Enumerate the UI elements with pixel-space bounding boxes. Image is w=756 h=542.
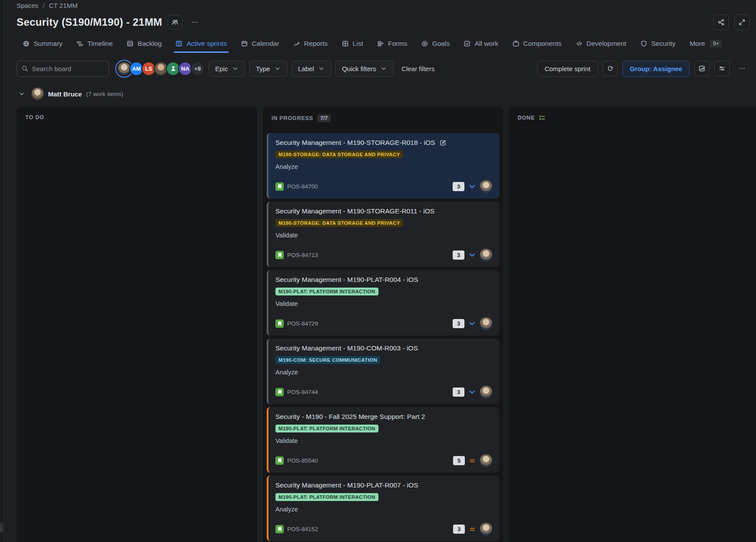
card-status-text: Analyze <box>275 163 492 170</box>
cycle-button[interactable] <box>602 61 618 76</box>
assignee-avatar[interactable] <box>480 180 492 193</box>
card-title-row: Security Management - M190-COM-R003 - iO… <box>275 344 492 352</box>
card-title: Security Management - M190-PLAT-R007 - i… <box>275 481 418 489</box>
card[interactable]: Security Management - M190-PLAT-R004 - i… <box>267 270 499 336</box>
tab-all-work[interactable]: All work <box>457 36 504 53</box>
breadcrumb-project[interactable]: CT 21MM <box>49 2 78 9</box>
clear-filters-link[interactable]: Clear filters <box>402 65 435 72</box>
board-toolbar: AMLSNA+9 EpicTypeLabelQuick filters Clea… <box>17 60 756 77</box>
filter-label[interactable]: Label <box>292 61 332 77</box>
tab-list[interactable]: List <box>336 36 369 53</box>
insights-button[interactable] <box>694 61 710 76</box>
board-page: Spaces / CT 21MM Security (S190/M190) - … <box>5 0 756 542</box>
insights-icon <box>698 65 705 72</box>
more-options-button[interactable] <box>734 61 750 76</box>
column-header: DONE <box>509 107 756 121</box>
tab-active-sprints[interactable]: Active sprints <box>169 36 233 53</box>
card-status-text: Analyze <box>275 506 492 513</box>
globe-icon <box>23 40 30 47</box>
edit-summary-button[interactable] <box>440 139 447 146</box>
estimate-badge[interactable]: 3 <box>453 319 464 328</box>
column-name: TO DO <box>25 114 44 120</box>
avatar-overflow-count[interactable]: +9 <box>190 62 205 76</box>
tab-components[interactable]: Components <box>506 36 568 53</box>
priority-low-icon <box>468 183 476 190</box>
estimate-badge[interactable]: 3 <box>453 250 464 260</box>
story-type-icon <box>275 525 284 533</box>
estimate-badge[interactable]: 3 <box>453 525 465 534</box>
expand-button[interactable] <box>734 14 750 30</box>
column-header: IN PROGRESS7/7 <box>263 107 503 122</box>
tab-timeline[interactable]: Timeline <box>70 36 119 53</box>
card[interactable]: Security Management - M190-STORAGE-R011 … <box>267 202 499 267</box>
tab-label: More <box>690 40 705 48</box>
tab-label: List <box>353 40 363 48</box>
tab-label: Forms <box>388 40 407 48</box>
tab-security[interactable]: Security <box>634 36 682 53</box>
card-footer: POS-841523 <box>275 523 492 535</box>
card[interactable]: Security Management - M190-STORAGE-R018 … <box>267 133 499 199</box>
team-members-button[interactable] <box>168 15 182 30</box>
sidebar-resize-grip[interactable] <box>0 523 3 532</box>
filter-quick-filters[interactable]: Quick filters <box>335 61 393 77</box>
more-count-badge: 9+ <box>710 40 722 48</box>
card-title-row: Security - M190 - Fall 2025 Merge Suppor… <box>275 413 492 421</box>
toolbar-icon-group <box>694 61 750 76</box>
collapsed-sidebar-rail <box>0 0 4 542</box>
tab-forms[interactable]: Forms <box>371 36 413 53</box>
card-footer: POS-847133 <box>275 249 492 261</box>
estimate-badge[interactable]: 3 <box>453 388 464 397</box>
column-done: DONE <box>509 107 756 542</box>
label-badge: M190-STORAGE: DATA STORAGE AND PRIVACY <box>275 219 403 227</box>
filter-epic[interactable]: Epic <box>209 61 245 77</box>
search-board-field[interactable] <box>17 61 109 77</box>
card-footer: POS-855405 <box>275 454 492 467</box>
expand-icon <box>739 19 746 26</box>
search-icon <box>21 65 28 72</box>
card-status-text: Validate <box>275 300 492 307</box>
group-by-button[interactable]: Group: Assignee <box>622 61 690 77</box>
assignee-avatar[interactable] <box>480 249 492 261</box>
view-settings-button[interactable] <box>714 61 730 76</box>
card[interactable]: Security Management - M190-COM-R003 - iO… <box>267 339 499 404</box>
tab-summary[interactable]: Summary <box>17 36 69 53</box>
goals-icon <box>421 40 428 47</box>
assignee-avatar-stack: AMLSNA+9 <box>117 62 205 76</box>
card[interactable]: Security - M190 - Fall 2025 Merge Suppor… <box>267 407 499 473</box>
assignee-avatar[interactable] <box>480 454 492 467</box>
card[interactable]: Security Management - M190-PLAT-R007 - i… <box>267 476 499 541</box>
tab-backlog[interactable]: Backlog <box>120 36 168 53</box>
cycle-icon <box>607 65 614 72</box>
label-badge: M190-PLAT: PLATFORM INTERACTION <box>275 425 378 432</box>
card-footer-right: 3 <box>453 180 492 193</box>
tab-calendar[interactable]: Calendar <box>235 36 285 53</box>
share-button[interactable] <box>713 14 729 30</box>
tab-more[interactable]: More9+ <box>684 36 729 53</box>
estimate-badge[interactable]: 5 <box>453 456 465 465</box>
filter-dropdowns: EpicTypeLabelQuick filters <box>205 61 394 77</box>
title-row: Security (S190/M190) - 21MM <box>17 14 756 31</box>
collapse-group-button[interactable] <box>17 89 27 99</box>
breadcrumb-spaces[interactable]: Spaces <box>17 2 38 9</box>
components-icon <box>512 40 519 47</box>
column-name: IN PROGRESS <box>271 115 313 121</box>
column-header: TO DO <box>17 107 257 120</box>
tab-development[interactable]: Development <box>570 36 632 53</box>
more-dots-icon <box>739 65 746 72</box>
breadcrumb-separator: / <box>43 2 45 9</box>
all-work-icon <box>464 40 471 47</box>
complete-sprint-button[interactable]: Complete sprint <box>537 61 598 77</box>
filter-type[interactable]: Type <box>249 61 288 77</box>
tab-label: Reports <box>304 40 328 48</box>
search-input[interactable] <box>32 65 97 72</box>
assignee-avatar[interactable] <box>480 317 492 330</box>
list-icon <box>342 40 349 47</box>
assignee-avatar[interactable] <box>480 386 492 398</box>
tab-bar: SummaryTimelineBacklogActive sprintsCale… <box>17 36 756 53</box>
sliders-icon <box>718 65 725 72</box>
more-title-button[interactable] <box>188 15 203 30</box>
assignee-avatar[interactable] <box>480 523 492 535</box>
tab-reports[interactable]: Reports <box>287 36 334 53</box>
tab-goals[interactable]: Goals <box>415 36 456 53</box>
estimate-badge[interactable]: 3 <box>453 182 464 191</box>
